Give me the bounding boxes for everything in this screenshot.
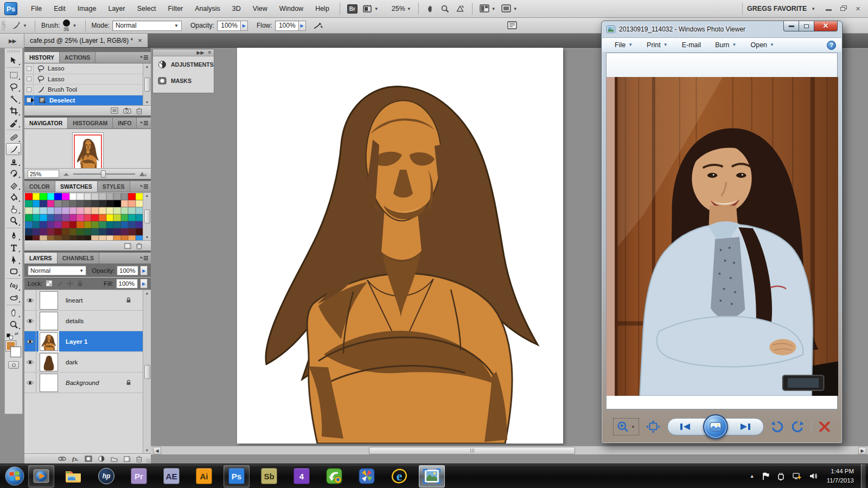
swatches-tab-color[interactable]: COLOR [24, 181, 55, 192]
color-swatch[interactable] [106, 214, 114, 221]
color-swatch[interactable] [40, 207, 47, 214]
color-swatch[interactable] [33, 193, 40, 200]
color-swatch[interactable] [62, 200, 69, 207]
color-swatch[interactable] [136, 193, 143, 200]
resize-grip[interactable] [146, 459, 150, 463]
color-swatch[interactable] [128, 235, 136, 240]
history-source-checkbox[interactable] [24, 63, 34, 74]
tool-preset-picker[interactable]: ▼ [9, 20, 30, 31]
color-swatch[interactable] [69, 214, 77, 221]
color-swatch[interactable] [40, 193, 47, 200]
color-swatch[interactable] [62, 235, 69, 240]
color-swatch[interactable] [106, 193, 114, 200]
canvas-horizontal-scrollbar[interactable]: ◀ ▶ [151, 446, 868, 455]
network-icon[interactable] [792, 472, 802, 480]
layer-row-lineart[interactable]: lineart [24, 290, 143, 311]
masks-panel-button[interactable]: MASKS [153, 73, 214, 89]
color-swatch[interactable] [106, 228, 114, 235]
color-swatch[interactable] [91, 235, 99, 240]
show-desktop-button[interactable] [861, 464, 866, 488]
history-source-checkbox[interactable] [24, 85, 34, 95]
color-swatch[interactable] [47, 221, 55, 228]
color-swatch[interactable] [128, 228, 136, 235]
color-swatch[interactable] [84, 235, 92, 240]
color-swatch[interactable] [25, 214, 33, 221]
color-swatch[interactable] [128, 200, 136, 207]
color-swatch[interactable] [113, 235, 121, 240]
taskbar-illustrator[interactable]: Ai [191, 465, 217, 487]
canvas-document[interactable] [237, 48, 563, 444]
lock-transparency-icon[interactable] [46, 280, 53, 287]
color-swatch[interactable] [25, 228, 33, 235]
color-swatch[interactable] [84, 228, 92, 235]
color-swatch[interactable] [76, 221, 84, 228]
swatches-tab-styles[interactable]: STYLES [98, 181, 130, 192]
toolbox-grip[interactable] [8, 50, 20, 53]
color-swatch[interactable] [91, 207, 99, 214]
color-swatch[interactable] [99, 228, 106, 235]
scrollbar-thumb[interactable] [369, 447, 575, 454]
color-swatch[interactable] [106, 221, 114, 228]
swap-colors-icon[interactable]: ⇄ [15, 331, 18, 336]
show-hidden-icons-button[interactable]: ▲ [750, 473, 755, 479]
color-swatch[interactable] [99, 193, 106, 200]
airbrush-toggle[interactable] [310, 20, 327, 31]
color-swatch[interactable] [99, 235, 106, 240]
tool-path-select[interactable] [6, 253, 21, 265]
color-swatch[interactable] [33, 214, 40, 221]
color-swatch[interactable] [69, 200, 77, 207]
color-swatch[interactable] [91, 193, 99, 200]
color-swatch[interactable] [47, 228, 55, 235]
navigator-zoom-slider[interactable] [73, 174, 135, 175]
color-swatch[interactable] [136, 207, 143, 214]
swatches-panel-menu-icon[interactable] [138, 181, 151, 192]
taskbar-premiere-pro[interactable]: Pr [126, 465, 152, 487]
layer-row-dark[interactable]: dark [24, 352, 143, 373]
layer-opacity-spinner[interactable]: ▶ [141, 266, 148, 275]
color-swatch[interactable] [76, 193, 84, 200]
color-swatch[interactable] [121, 221, 129, 228]
new-snapshot-icon[interactable] [123, 107, 131, 114]
color-swatch[interactable] [54, 221, 62, 228]
color-swatch[interactable] [33, 200, 40, 207]
add-mask-icon[interactable] [85, 455, 92, 462]
menu-layer[interactable]: Layer [102, 0, 131, 17]
fit-to-window-button[interactable] [646, 420, 660, 433]
flow-input[interactable]: 100% [275, 21, 299, 31]
tool-marquee[interactable] [6, 69, 21, 81]
quick-mask-button[interactable] [8, 361, 19, 369]
layer-group-icon[interactable] [111, 456, 118, 462]
navigator-view-box[interactable] [74, 134, 102, 170]
delete-layer-icon[interactable] [136, 455, 142, 463]
zoom-in-icon[interactable] [139, 171, 148, 177]
color-swatch[interactable] [33, 207, 40, 214]
color-swatch[interactable] [54, 235, 62, 240]
expand-panel-icon[interactable]: ▶▶ [197, 50, 205, 55]
history-step-brush-tool[interactable]: Brush Tool [24, 85, 143, 95]
layer-fill-spinner[interactable]: ▶ [141, 279, 148, 288]
power-plug-icon[interactable] [777, 472, 785, 480]
menu-window[interactable]: Window [273, 0, 309, 17]
slider-thumb[interactable] [101, 170, 106, 178]
volume-icon[interactable] [809, 472, 818, 480]
taskbar-toolbox-sb[interactable]: Sb [256, 465, 282, 487]
color-swatch[interactable] [40, 228, 47, 235]
taskbar-clock[interactable]: 1:44 PM 11/7/2013 [827, 467, 854, 485]
color-swatch[interactable] [47, 214, 55, 221]
color-swatch[interactable] [128, 193, 136, 200]
delete-icon[interactable] [136, 242, 142, 249]
color-swatch[interactable] [91, 200, 99, 207]
tool-brush[interactable] [6, 143, 21, 155]
menu-image[interactable]: Image [72, 0, 103, 17]
history-step-lasso[interactable]: Lasso [24, 63, 143, 74]
navigator-preview[interactable] [72, 132, 104, 172]
color-swatch[interactable] [40, 214, 47, 221]
layer-thumbnail[interactable] [40, 374, 58, 392]
adjustments-panel-button[interactable]: ADJUSTMENTS [153, 56, 214, 73]
menu-analysis[interactable]: Analysis [189, 0, 226, 17]
scroll-up-icon[interactable]: ▲ [145, 291, 149, 295]
color-swatch[interactable] [113, 193, 121, 200]
tool-dodge[interactable] [6, 215, 21, 227]
tool-healing[interactable] [6, 131, 21, 143]
menu-3d[interactable]: 3D [226, 0, 247, 17]
